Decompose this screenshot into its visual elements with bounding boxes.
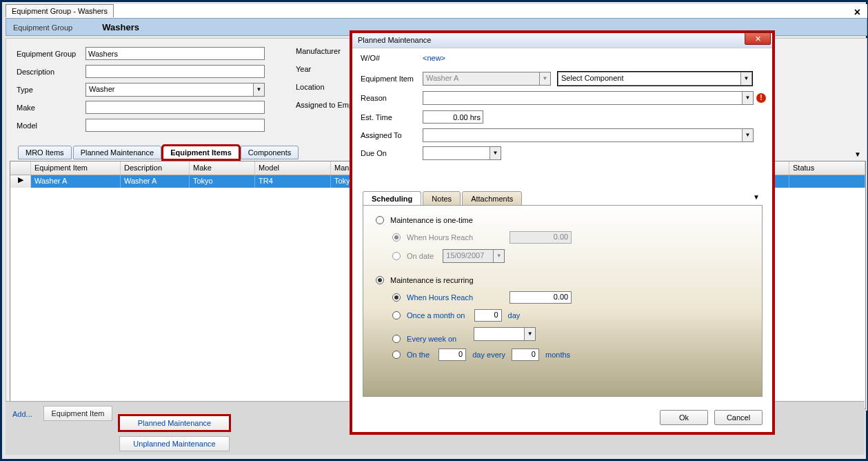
label-wo-number: W/O# (361, 54, 423, 62)
on-the-months-input[interactable]: 0 (512, 349, 539, 361)
dialog-titlebar[interactable]: Planned Maintenance ✕ (352, 33, 772, 48)
due-on-select[interactable]: ▼ (423, 146, 501, 160)
equipment-item-value: Washer A (423, 72, 461, 84)
error-icon: ! (756, 93, 766, 103)
label-day-suffix: day (508, 311, 521, 320)
label-model: Model (17, 121, 85, 130)
equipment-group-input[interactable] (85, 47, 265, 60)
dialog-close-button[interactable]: ✕ (745, 32, 771, 45)
make-input[interactable] (85, 101, 265, 114)
radio-on-the[interactable] (392, 351, 401, 359)
label-day-every: day every (472, 351, 505, 359)
recurring-hours-input[interactable]: 0.00 (509, 291, 572, 304)
col-model[interactable]: Model (255, 161, 331, 175)
label-equipment-group: Equipment Group (17, 50, 85, 58)
label-recurring: Maintenance is recurring (390, 276, 473, 284)
close-icon[interactable]: × (854, 6, 860, 19)
once-month-day-input[interactable]: 0 (474, 309, 502, 322)
chevron-down-icon[interactable]: ▼ (742, 129, 753, 141)
label-months-suffix: months (545, 351, 570, 359)
description-input[interactable] (85, 65, 265, 78)
cell-model: TR4 (255, 175, 331, 188)
component-placeholder: Select Component (558, 72, 627, 84)
row-indicator-icon: ▶ (10, 175, 31, 188)
ok-button[interactable]: Ok (660, 410, 708, 425)
tab-notes[interactable]: Notes (423, 191, 461, 206)
add-label: Add... (12, 410, 32, 418)
model-input[interactable] (85, 119, 265, 132)
planned-maintenance-dialog: Planned Maintenance ✕ W/O# <new> Equipme… (350, 30, 775, 435)
radio-one-time[interactable] (376, 216, 384, 224)
label-est-time: Est. Time (361, 113, 423, 121)
on-date-value: 15/09/2007 (443, 250, 487, 261)
dialog-tab-overflow-icon[interactable]: ▼ (753, 193, 760, 201)
assigned-to-select[interactable]: ▼ (423, 128, 754, 142)
label-every-week: Every week on (407, 335, 456, 343)
reason-select[interactable]: ▼ (423, 91, 754, 105)
radio-one-time-hours (392, 233, 401, 242)
label-when-hours-rec: When Hours Reach (407, 293, 473, 302)
cell-status (789, 175, 865, 188)
wo-number-value: <new> (423, 54, 445, 62)
on-the-day-input[interactable]: 0 (438, 349, 466, 361)
document-tab[interactable]: Equipment Group - Washers (6, 4, 114, 17)
est-time-input[interactable] (423, 110, 483, 124)
scheduling-panel: Maintenance is one-time When Hours Reach… (363, 205, 763, 397)
label-on-date: On date (407, 252, 434, 260)
chevron-down-icon[interactable]: ▼ (740, 72, 751, 85)
col-equipment-item[interactable]: Equipment Item (31, 161, 121, 175)
label-description: Description (17, 68, 85, 76)
type-select[interactable]: Washer ▼ (85, 83, 265, 97)
radio-recurring-hours[interactable] (392, 293, 401, 302)
tab-equipment-items[interactable]: Equipment Items (163, 146, 239, 159)
add-unplanned-maintenance-button[interactable]: Unplanned Maintenance (119, 436, 230, 451)
radio-once-month[interactable] (392, 311, 401, 320)
tab-planned-maintenance[interactable]: Planned Maintenance (73, 146, 161, 159)
subheader-value: Washers (102, 22, 139, 32)
chevron-down-icon[interactable]: ▼ (524, 328, 535, 340)
dialog-tab-strip: Scheduling Notes Attachments (363, 191, 521, 206)
chevron-down-icon: ▼ (493, 250, 504, 262)
label-due-on: Due On (361, 149, 423, 157)
label-type: Type (17, 86, 85, 94)
tab-mro-items[interactable]: MRO Items (18, 146, 72, 159)
label-one-time: Maintenance is one-time (390, 216, 473, 224)
cell-description: Washer A (121, 175, 190, 188)
label-when-hours-ot: When Hours Reach (407, 233, 473, 242)
equipment-item-select: Washer A ▼ (423, 72, 551, 86)
add-planned-maintenance-button[interactable]: Planned Maintenance (119, 415, 230, 431)
tab-attachments[interactable]: Attachments (462, 191, 522, 206)
label-once-month: Once a month on (407, 311, 465, 320)
radio-every-week[interactable] (392, 335, 401, 343)
subheader-label: Equipment Group (13, 23, 72, 32)
dialog-body: W/O# <new> Equipment Item Washer A ▼ Sel… (352, 48, 772, 432)
chevron-down-icon[interactable]: ▼ (742, 92, 753, 104)
tab-components[interactable]: Components (241, 146, 299, 159)
label-assigned-to: Assigned To (361, 131, 423, 139)
chevron-down-icon: ▼ (539, 72, 550, 85)
chevron-down-icon[interactable]: ▼ (489, 147, 501, 159)
add-equipment-item-button[interactable]: Equipment Item (43, 406, 112, 421)
chevron-down-icon[interactable]: ▼ (253, 84, 264, 96)
col-status[interactable]: Status (789, 161, 865, 175)
component-select[interactable]: Select Component ▼ (558, 72, 752, 86)
label-reason: Reason (361, 94, 423, 102)
dialog-title: Planned Maintenance (358, 36, 431, 44)
cell-equipment-item: Washer A (31, 175, 121, 188)
one-time-hours-input: 0.00 (509, 231, 572, 244)
label-make: Make (17, 104, 85, 112)
dialog-button-row: Ok Cancel (656, 410, 763, 425)
radio-on-date (392, 252, 401, 260)
detail-tab-strip: MRO Items Planned Maintenance Equipment … (18, 146, 298, 161)
radio-recurring[interactable] (376, 276, 384, 284)
cell-make: Tokyo (190, 175, 255, 188)
col-make[interactable]: Make (190, 161, 255, 175)
type-value: Washer (86, 84, 118, 95)
cancel-button[interactable]: Cancel (714, 410, 763, 425)
col-description[interactable]: Description (121, 161, 190, 175)
document-tab-strip: Equipment Group - Washers × (6, 4, 867, 18)
every-week-select[interactable]: ▼ (474, 327, 536, 341)
tab-overflow-icon[interactable]: ▼ (854, 150, 861, 158)
tab-scheduling[interactable]: Scheduling (363, 191, 421, 206)
label-on-the: On the (407, 351, 430, 359)
